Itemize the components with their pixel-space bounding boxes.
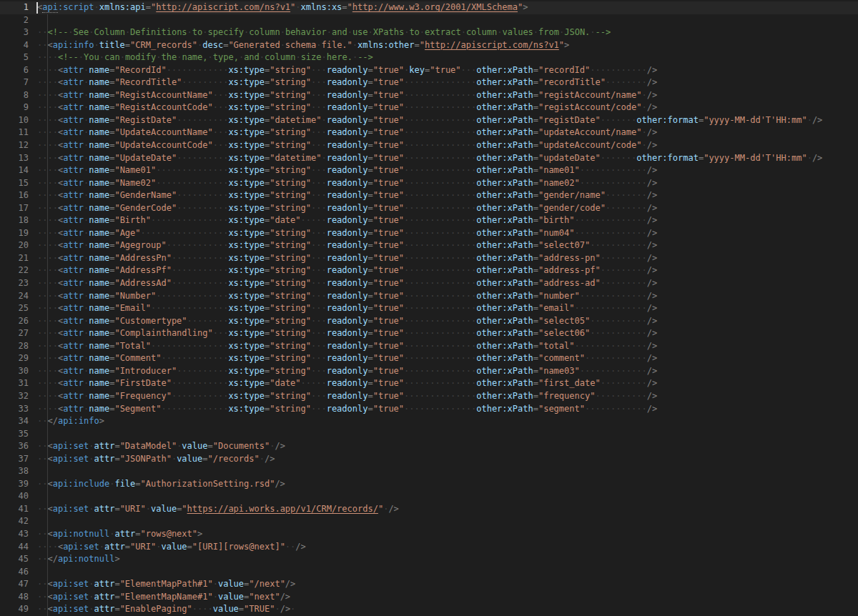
line-number[interactable]: 39 bbox=[0, 478, 29, 491]
line-number[interactable]: 22 bbox=[0, 264, 29, 277]
line-number[interactable]: 19 bbox=[0, 227, 29, 240]
line-number[interactable]: 1 bbox=[0, 1, 29, 14]
code-line[interactable]: 49··<api:set·attr="EnablePaging"····valu… bbox=[0, 603, 858, 616]
code-line[interactable]: 24····<attr·name="Number"··············x… bbox=[0, 290, 858, 303]
code-line[interactable]: 40 bbox=[0, 490, 858, 503]
code-line[interactable]: 12····<attr·name="UpdateAccountCode"···x… bbox=[0, 139, 858, 152]
code-line[interactable]: 36··<api:set·attr="DataModel"·value="Doc… bbox=[0, 440, 858, 453]
line-number[interactable]: 14 bbox=[0, 164, 29, 177]
code-line[interactable]: 41··<api:set·attr="URI"·value="https://a… bbox=[0, 503, 858, 516]
line-number[interactable]: 18 bbox=[0, 214, 29, 227]
line-number[interactable]: 24 bbox=[0, 290, 29, 303]
code-line[interactable]: 44····<api:set·attr="URI"·value="[URI][r… bbox=[0, 541, 858, 554]
line-number[interactable]: 34 bbox=[0, 415, 29, 428]
code-line[interactable]: 20····<attr·name="Agegroup"············x… bbox=[0, 239, 858, 252]
code-line[interactable]: 1<api:script·xmlns:api="http://apiscript… bbox=[0, 1, 858, 14]
line-number[interactable]: 11 bbox=[0, 126, 29, 139]
line-number[interactable]: 31 bbox=[0, 377, 29, 390]
code-editor[interactable]: 1<api:script·xmlns:api="http://apiscript… bbox=[0, 0, 858, 616]
line-number[interactable]: 44 bbox=[0, 541, 29, 554]
code-line[interactable]: 2 bbox=[0, 14, 858, 27]
code-line[interactable]: 46 bbox=[0, 566, 858, 579]
line-number[interactable]: 35 bbox=[0, 428, 29, 441]
line-number[interactable]: 30 bbox=[0, 365, 29, 378]
code-line[interactable]: 16····<attr·name="GenderName"··········x… bbox=[0, 189, 858, 202]
line-number[interactable]: 8 bbox=[0, 89, 29, 102]
code-line[interactable]: 11····<attr·name="UpdateAccountName"···x… bbox=[0, 126, 858, 139]
line-number[interactable]: 16 bbox=[0, 189, 29, 202]
line-number[interactable]: 6 bbox=[0, 64, 29, 77]
code-line[interactable]: 13····<attr·name="UpdateDate"··········x… bbox=[0, 152, 858, 165]
line-number[interactable]: 7 bbox=[0, 76, 29, 89]
line-number[interactable]: 2 bbox=[0, 14, 29, 27]
line-number[interactable]: 3 bbox=[0, 26, 29, 39]
code-line[interactable]: 28····<attr·name="Total"···············x… bbox=[0, 340, 858, 353]
code-line[interactable]: 32····<attr·name="Frequency"···········x… bbox=[0, 390, 858, 403]
code-line[interactable]: 29····<attr·name="Comment"·············x… bbox=[0, 352, 858, 365]
code-line[interactable]: 4··<api:info·title="CRM_records"·desc="G… bbox=[0, 39, 858, 52]
code-line[interactable]: 18····<attr·name="Birth"···············x… bbox=[0, 214, 858, 227]
line-number[interactable]: 25 bbox=[0, 302, 29, 315]
line-number[interactable]: 47 bbox=[0, 578, 29, 591]
line-number[interactable]: 27 bbox=[0, 327, 29, 340]
code-line[interactable]: 3··<!--·See·Column·Definitions·to·specif… bbox=[0, 26, 858, 39]
line-number[interactable]: 29 bbox=[0, 352, 29, 365]
line-number[interactable]: 36 bbox=[0, 440, 29, 453]
code-line[interactable]: 8····<attr·name="RegistAccountName"···xs… bbox=[0, 89, 858, 102]
line-number[interactable]: 15 bbox=[0, 177, 29, 190]
code-line[interactable]: 9····<attr·name="RegistAccountCode"···xs… bbox=[0, 101, 858, 114]
line-number[interactable]: 21 bbox=[0, 252, 29, 265]
code-line[interactable]: 31····<attr·name="FirstDate"···········x… bbox=[0, 377, 858, 390]
code-line[interactable]: 17····<attr·name="GenderCode"··········x… bbox=[0, 202, 858, 215]
code-line[interactable]: 30····<attr·name="Introducer"··········x… bbox=[0, 365, 858, 378]
code-line[interactable]: 26····<attr·name="Customertype"········x… bbox=[0, 315, 858, 328]
code-line[interactable]: 47··<api:set·attr="ElementMapPath#1"·val… bbox=[0, 578, 858, 591]
line-number[interactable]: 40 bbox=[0, 490, 29, 503]
code-line[interactable]: 10····<attr·name="RegistDate"··········x… bbox=[0, 114, 858, 127]
line-number[interactable]: 48 bbox=[0, 591, 29, 604]
code-line[interactable]: 34··</api:info> bbox=[0, 415, 858, 428]
code-line[interactable]: 21····<attr·name="AddressPn"···········x… bbox=[0, 252, 858, 265]
code-line[interactable]: 39··<api:include·file="AuthorizationSett… bbox=[0, 478, 858, 491]
code-line[interactable]: 15····<attr·name="Name02"··············x… bbox=[0, 177, 858, 190]
code-line[interactable]: 35 bbox=[0, 428, 858, 441]
line-number[interactable]: 42 bbox=[0, 515, 29, 528]
line-number[interactable]: 43 bbox=[0, 528, 29, 541]
code-line[interactable]: 19····<attr·name="Age"·················x… bbox=[0, 227, 858, 240]
line-number[interactable]: 26 bbox=[0, 315, 29, 328]
line-number[interactable]: 32 bbox=[0, 390, 29, 403]
code-line[interactable]: 45··</api:notnull> bbox=[0, 553, 858, 566]
line-number[interactable]: 17 bbox=[0, 202, 29, 215]
line-number[interactable]: 33 bbox=[0, 403, 29, 416]
code-line[interactable]: 33····<attr·name="Segment"·············x… bbox=[0, 403, 858, 416]
code-line[interactable]: 5····<!--·You·can·modify·the·name,·type,… bbox=[0, 51, 858, 64]
line-number[interactable]: 12 bbox=[0, 139, 29, 152]
line-number[interactable]: 9 bbox=[0, 101, 29, 114]
line-number[interactable]: 20 bbox=[0, 239, 29, 252]
code-line[interactable]: 25····<attr·name="Email"···············x… bbox=[0, 302, 858, 315]
code-line[interactable]: 38 bbox=[0, 465, 858, 478]
line-number[interactable]: 46 bbox=[0, 566, 29, 579]
line-number[interactable]: 41 bbox=[0, 503, 29, 516]
line-number[interactable]: 49 bbox=[0, 603, 29, 616]
code-line[interactable]: 14····<attr·name="Name01"··············x… bbox=[0, 164, 858, 177]
code-line[interactable]: 42 bbox=[0, 515, 858, 528]
line-number[interactable]: 28 bbox=[0, 340, 29, 353]
code-line[interactable]: 27····<attr·name="Complainthandling"···x… bbox=[0, 327, 858, 340]
code-line[interactable]: 7····<attr·name="RecordTitle"·········xs… bbox=[0, 76, 858, 89]
code-line[interactable]: 22····<attr·name="AddressPf"···········x… bbox=[0, 264, 858, 277]
code-token: /> bbox=[647, 65, 657, 75]
code-line[interactable]: 43··<api:notnull·attr="rows@next"> bbox=[0, 528, 858, 541]
line-number[interactable]: 38 bbox=[0, 465, 29, 478]
line-number[interactable]: 37 bbox=[0, 453, 29, 466]
line-number[interactable]: 45 bbox=[0, 553, 29, 566]
line-number[interactable]: 23 bbox=[0, 277, 29, 290]
line-number[interactable]: 10 bbox=[0, 114, 29, 127]
line-number[interactable]: 13 bbox=[0, 152, 29, 165]
code-line[interactable]: 23····<attr·name="AddressAd"···········x… bbox=[0, 277, 858, 290]
code-line[interactable]: 48··<api:set·attr="ElementMapName#1"·val… bbox=[0, 591, 858, 604]
line-number[interactable]: 5 bbox=[0, 51, 29, 64]
code-line[interactable]: 37··<api:set·attr="JSONPath"·value="/rec… bbox=[0, 453, 858, 466]
line-number[interactable]: 4 bbox=[0, 39, 29, 52]
code-line[interactable]: 6····<attr·name="RecordId"············xs… bbox=[0, 64, 858, 77]
